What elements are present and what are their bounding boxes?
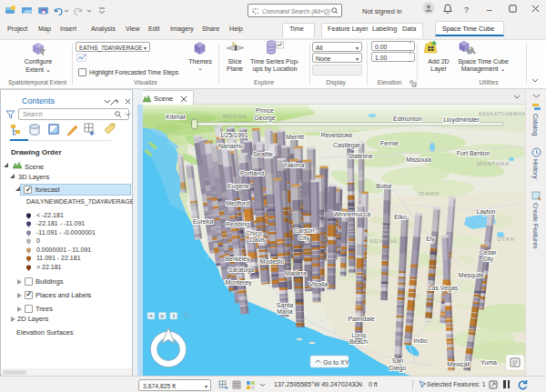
svg-text:Revelstoke: Revelstoke [321, 132, 353, 138]
svg-text:SASKATCHEWAN: SASKATCHEWAN [479, 111, 525, 116]
svg-text:Diego: Diego [389, 365, 406, 372]
svg-text:Go to XY: Go to XY [323, 359, 349, 366]
svg-text:Fort Benton: Fort Benton [457, 150, 490, 156]
svg-text:Eugene: Eugene [228, 183, 249, 190]
svg-text:Yuma: Yuma [480, 359, 497, 366]
svg-text:Edmonton: Edmonton [393, 116, 422, 122]
svg-text:Stateline: Stateline [348, 153, 372, 159]
svg-text:City: City [482, 256, 494, 263]
svg-text:Saratoga: Saratoga [228, 266, 255, 274]
svg-text:Monterey: Monterey [225, 279, 252, 286]
svg-text:Mexicali: Mexicali [447, 361, 470, 367]
svg-text:Portland: Portland [240, 170, 264, 176]
svg-text:Santa: Santa [277, 302, 293, 308]
svg-text:Modesto: Modesto [260, 258, 285, 265]
svg-text:Visalia: Visalia [309, 281, 329, 287]
svg-text:Castlegar: Castlegar [333, 142, 361, 149]
svg-text:Madera: Madera [285, 270, 307, 276]
svg-text:Mesquite: Mesquite [459, 272, 485, 279]
svg-text:San: San [392, 357, 404, 364]
svg-text:Carson: Carson [294, 227, 315, 234]
svg-text:Berkeley: Berkeley [225, 256, 250, 263]
svg-text:Beach: Beach [349, 338, 368, 345]
svg-text:Kitimat: Kitimat [166, 114, 185, 120]
svg-text:IDAHO: IDAHO [418, 190, 440, 196]
svg-text:Layton: Layton [476, 208, 495, 216]
svg-text:City: City [298, 235, 310, 242]
svg-text:Medford: Medford [226, 200, 249, 206]
svg-text:Maria: Maria [277, 308, 293, 315]
svg-text:Eureka: Eureka [193, 218, 213, 225]
svg-text:Chico: Chico [246, 230, 262, 236]
svg-text:Fernie: Fernie [380, 140, 399, 146]
svg-text:Palmdale: Palmdale [348, 316, 374, 322]
svg-text:Winnemucca: Winnemucca [334, 211, 371, 217]
svg-text:Lloydminster: Lloydminster [443, 116, 480, 124]
svg-text:Nanaimo: Nanaimo [218, 143, 244, 149]
svg-text:Yakima: Yakima [284, 162, 305, 168]
svg-text:UTAH: UTAH [497, 236, 515, 242]
svg-text:Davis: Davis [249, 236, 266, 243]
svg-text:Redding: Redding [226, 221, 249, 228]
svg-text:1/25/1991: 1/25/1991 [219, 132, 248, 138]
svg-text:Cedar: Cedar [479, 249, 497, 256]
svg-text:Merritt: Merritt [286, 134, 304, 140]
svg-text:Ely: Ely [426, 236, 435, 243]
svg-text:BRITISH: BRITISH [223, 114, 247, 119]
svg-text:Indio: Indio [413, 337, 427, 344]
svg-text:Las Vegas: Las Vegas [429, 285, 459, 292]
svg-text:Boise: Boise [376, 183, 392, 189]
svg-text:MONTANA: MONTANA [477, 160, 510, 166]
svg-text:Elko: Elko [394, 214, 407, 220]
svg-text:Seattle: Seattle [253, 151, 273, 157]
svg-text:Prince: Prince [256, 107, 274, 114]
svg-text:George: George [254, 115, 275, 122]
svg-text:Missoula: Missoula [406, 156, 431, 163]
